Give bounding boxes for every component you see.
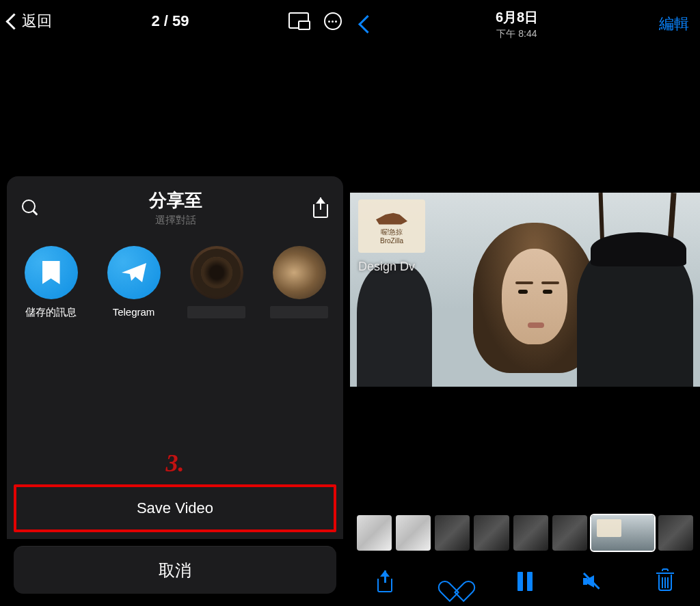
bookmark-icon xyxy=(25,246,78,299)
trash-icon xyxy=(656,571,674,592)
delete-button[interactable] xyxy=(651,568,679,595)
share-target-contact-1[interactable] xyxy=(187,246,245,319)
share-sheet-header: 分享至 選擇對話 xyxy=(7,189,343,231)
scrubber-thumb-current[interactable] xyxy=(591,515,654,551)
share-target-label xyxy=(270,306,328,318)
share-sheet-card: 分享至 選擇對話 儲存的訊息 xyxy=(7,176,343,539)
scrubber-thumb[interactable] xyxy=(435,515,470,551)
scrubber-thumb[interactable] xyxy=(357,515,392,551)
right-panel: 6月8日 下午 8:44 編輯 喔!急掠 BroZilla Design Dv xyxy=(350,0,700,606)
share-title-block: 分享至 選擇對話 xyxy=(40,189,312,227)
back-label: 返回 xyxy=(22,11,52,31)
share-target-telegram[interactable]: Telegram xyxy=(105,246,163,319)
share-subtitle: 選擇對話 xyxy=(40,214,312,227)
photos-toolbar xyxy=(350,557,700,606)
favorite-button[interactable] xyxy=(442,568,469,595)
save-video-label: Save Video xyxy=(137,499,213,517)
mute-button[interactable] xyxy=(581,568,608,595)
chevron-left-icon xyxy=(8,12,19,31)
media-viewer-topbar: 返回 2 / 59 xyxy=(0,0,350,42)
left-panel: 返回 2 / 59 分享至 選擇對話 xyxy=(0,0,350,606)
photo-datetime: 6月8日 下午 8:44 xyxy=(496,8,538,40)
photo-date: 6月8日 xyxy=(496,8,538,27)
share-sheet: 分享至 選擇對話 儲存的訊息 xyxy=(7,176,343,606)
photos-topbar: 6月8日 下午 8:44 編輯 xyxy=(350,0,700,48)
photo-time: 下午 8:44 xyxy=(496,28,538,40)
share-target-label: Telegram xyxy=(105,306,163,318)
share-title: 分享至 xyxy=(40,189,312,212)
badge-line2: BroZilla xyxy=(380,237,403,245)
topbar-actions xyxy=(288,12,342,30)
video-preview[interactable]: 喔!急掠 BroZilla Design Dv xyxy=(350,193,700,387)
scrubber-thumb[interactable] xyxy=(513,515,548,551)
pip-icon xyxy=(288,12,309,29)
video-corner-badge: 喔!急掠 BroZilla xyxy=(358,199,425,253)
photos-back-button[interactable] xyxy=(361,14,375,34)
scrubber-thumb[interactable] xyxy=(658,515,693,551)
share-targets-row: 儲存的訊息 Telegram xyxy=(7,231,343,326)
save-video-button[interactable]: Save Video xyxy=(14,484,336,532)
speaker-muted-icon xyxy=(583,571,606,592)
scrubber-thumb[interactable] xyxy=(474,515,509,551)
media-counter: 2 / 59 xyxy=(151,12,189,30)
share-icon xyxy=(376,570,394,592)
cancel-label: 取消 xyxy=(159,560,191,581)
heart-icon xyxy=(444,572,466,591)
annotation-step-number: 3. xyxy=(7,449,343,478)
photo-scrubber[interactable] xyxy=(350,512,700,554)
video-watermark: Design Dv xyxy=(358,260,415,274)
share-target-label xyxy=(187,306,245,318)
pause-button[interactable] xyxy=(511,568,539,595)
scrubber-thumb[interactable] xyxy=(552,515,587,551)
cancel-button[interactable]: 取消 xyxy=(14,546,336,594)
search-icon[interactable] xyxy=(21,198,40,217)
system-share-button[interactable] xyxy=(312,197,329,218)
dino-icon xyxy=(376,208,407,225)
telegram-icon xyxy=(107,246,161,299)
pause-icon xyxy=(517,572,533,591)
share-target-label: 儲存的訊息 xyxy=(22,306,80,319)
avatar xyxy=(273,246,326,299)
share-target-saved-messages[interactable]: 儲存的訊息 xyxy=(22,246,80,319)
share-target-contact-2[interactable] xyxy=(270,246,328,319)
avatar xyxy=(190,246,243,299)
edit-button[interactable]: 編輯 xyxy=(659,14,689,34)
back-button[interactable]: 返回 xyxy=(8,11,52,31)
scrubber-thumb[interactable] xyxy=(396,515,431,551)
sheet-actions: 3. Save Video xyxy=(7,449,343,539)
pip-button[interactable] xyxy=(288,12,309,30)
share-button[interactable] xyxy=(371,568,399,595)
badge-line1: 喔!急掠 xyxy=(381,228,403,237)
more-button[interactable] xyxy=(324,12,342,30)
